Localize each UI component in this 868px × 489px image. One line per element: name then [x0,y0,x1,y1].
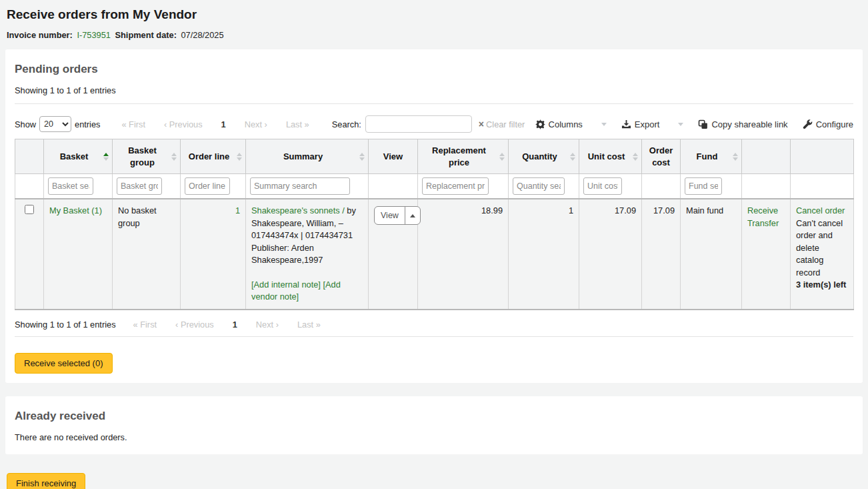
row-checkbox-cell [15,199,44,310]
unit-cost-cell: 17.09 [579,199,642,310]
view-button[interactable]: View [374,206,421,225]
divider [15,103,853,104]
sort-icon [499,153,505,161]
cancel-cell: Cancel order Can't cancel order and dele… [791,199,854,310]
column-header-quantity[interactable]: Quantity [509,139,579,174]
entries-label: entries [75,119,100,129]
sort-icon [633,153,638,161]
sort-icon [103,153,109,161]
sort-icon [359,153,365,161]
pending-orders-heading: Pending orders [15,63,853,76]
filter-basket-group-input[interactable] [117,177,162,195]
export-caret-icon[interactable] [678,123,683,126]
column-header-replacement-price[interactable]: Replacement price [418,139,509,174]
filter-fund-input[interactable] [685,177,722,195]
summary-cell: Shakespeare's sonnets / by Shakespeare, … [246,199,369,310]
order-line-cell: 1 [181,199,246,310]
cancel-order-link[interactable]: Cancel order [796,205,845,215]
copy-shareable-link-button[interactable]: Copy shareable link [698,119,787,129]
filter-cell-empty [15,174,44,199]
receive-selected-button[interactable]: Receive selected (0) [15,353,113,374]
entries-count-top: Showing 1 to 1 of 1 entries [15,85,853,95]
pagination-current-page[interactable]: 1 [221,119,226,129]
column-header-view: View [369,139,418,174]
show-entries: Show 20 entries [15,116,100,132]
filter-order-line-input[interactable] [185,177,230,195]
pagination-current-page[interactable]: 1 [233,320,237,330]
items-left-text: 3 item(s) left [796,279,848,292]
search-input[interactable] [365,115,472,133]
filter-summary-input[interactable] [250,177,350,195]
column-header-cancel [791,139,854,174]
filter-cell-quantity [509,174,579,199]
view-cell: View [369,199,418,310]
show-label: Show [15,119,36,129]
copy-icon [698,119,708,129]
finish-receiving-area: Finish receiving [0,454,868,489]
pagination-next[interactable]: Next › [245,119,267,129]
basket-group-cell: No basket group [113,199,181,310]
column-header-unit-cost[interactable]: Unit cost [579,139,642,174]
column-header-basket-group[interactable]: Basket group [113,139,181,174]
filter-basket-input[interactable] [48,177,93,195]
quantity-cell: 1 [509,199,579,310]
basket-link[interactable]: My Basket (1) [49,205,102,215]
filter-replacement-price-input[interactable] [422,177,489,195]
clear-icon: × [479,119,484,129]
sort-icon [171,153,177,161]
record-title-link[interactable]: Shakespeare's sonnets / [251,205,345,215]
finish-receiving-button[interactable]: Finish receiving [7,473,85,489]
divider [15,336,853,337]
gear-icon [535,119,545,129]
filter-cell-replacement-price [418,174,509,199]
actions-cell: Receive Transfer [742,199,791,310]
column-header-order-line[interactable]: Order line [181,139,246,174]
export-button[interactable]: Export [621,119,660,129]
row-checkbox[interactable] [25,205,34,214]
pagination-bottom: « First ‹ Previous 1 Next › Last » [133,320,321,330]
filter-unit-cost-input[interactable] [583,177,622,195]
page-size-select[interactable]: 20 [39,116,71,132]
clear-filter-button[interactable]: ×Clear filter [479,119,525,129]
table-row: My Basket (1) No basket group 1 Shakespe… [15,199,854,310]
pagination-top: « First ‹ Previous 1 Next › Last » [121,119,309,129]
column-header-actions [742,139,791,174]
columns-button[interactable]: Columns [535,119,583,129]
no-received-orders-text: There are no received orders. [15,432,853,442]
column-header-basket[interactable]: Basket [44,139,113,174]
table-toolbar: Columns Export Copy shareable link Confi… [535,119,853,129]
order-line-link[interactable]: 1 [235,205,240,215]
configure-button[interactable]: Configure [803,119,853,129]
pagination-last[interactable]: Last » [297,320,321,330]
view-dropdown-toggle[interactable] [405,207,420,224]
pagination-next[interactable]: Next › [256,320,279,330]
shipment-date: 07/28/2025 [181,30,224,40]
filter-cell-order-line [181,174,246,199]
transfer-link[interactable]: Transfer [747,217,785,230]
table-footer: Showing 1 to 1 of 1 entries « First ‹ Pr… [15,320,853,330]
pagination-previous[interactable]: ‹ Previous [175,320,214,330]
already-received-heading: Already received [15,410,853,423]
order-cost-cell: 17.09 [642,199,681,310]
invoice-number-link[interactable]: I-753951 [77,30,111,40]
filter-cell-actions [742,174,791,199]
receive-link[interactable]: Receive [747,205,785,217]
filter-cell-view [369,174,418,199]
cancel-note: Can't cancel order and delete catalog re… [796,217,848,280]
pagination-last[interactable]: Last » [286,119,309,129]
wrench-icon [803,119,813,129]
entries-count-bottom: Showing 1 to 1 of 1 entries [15,320,116,330]
column-header-summary[interactable]: Summary [246,139,369,174]
page-header: Receive orders from My Vendor Invoice nu… [0,0,868,49]
filter-cell-summary [246,174,369,199]
columns-caret-icon[interactable] [601,123,607,126]
pagination-previous[interactable]: ‹ Previous [164,119,203,129]
pagination-first[interactable]: « First [121,119,145,129]
pagination-first[interactable]: « First [133,320,157,330]
add-internal-note-link[interactable]: [Add internal note] [251,280,321,290]
sort-icon [733,153,738,161]
filter-quantity-input[interactable] [513,177,565,195]
filter-cell-fund [681,174,742,199]
pending-orders-table: Basket Basket group Order line Summary V… [15,139,854,310]
column-header-fund[interactable]: Fund [681,139,742,174]
